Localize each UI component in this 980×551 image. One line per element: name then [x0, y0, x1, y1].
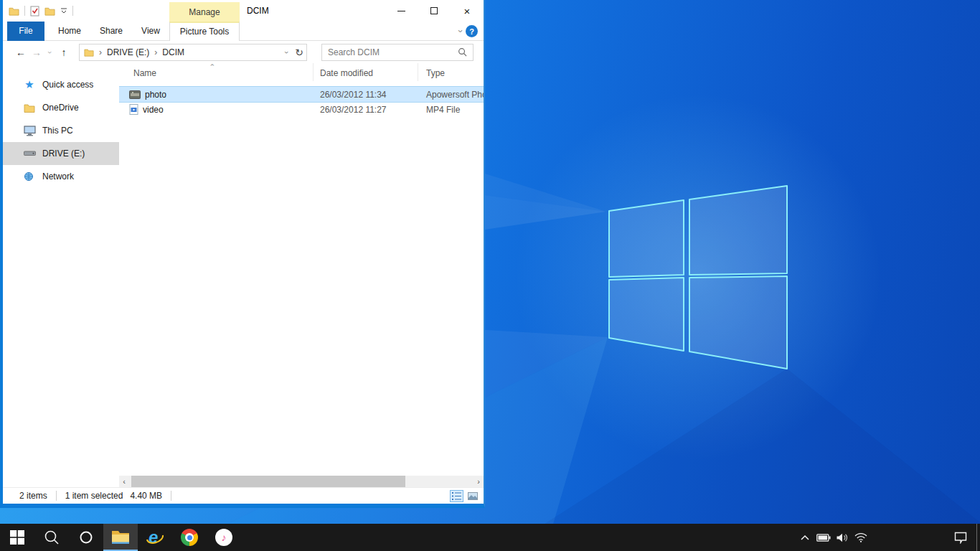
address-dropdown-chevron-icon[interactable]: › [286, 48, 288, 57]
taskbar-search-button[interactable] [34, 524, 69, 551]
onedrive-folder-icon [23, 101, 36, 114]
recent-locations-chevron-icon[interactable]: › [44, 48, 56, 57]
file-name: video [143, 105, 164, 115]
sidebar-item-label: This PC [42, 126, 73, 136]
sidebar-item-quick-access[interactable]: ★ Quick access [3, 73, 119, 96]
navigation-pane: ★ Quick access OneDrive This PC DRIVE (E… [3, 63, 119, 487]
scroll-left-arrow-icon[interactable]: ‹ [119, 476, 129, 487]
column-header-name[interactable]: Name [119, 63, 314, 81]
sidebar-item-onedrive[interactable]: OneDrive [3, 96, 119, 119]
sidebar-item-drive-e[interactable]: DRIVE (E:) [3, 142, 119, 165]
manage-label: Manage [189, 7, 220, 17]
taskbar-file-explorer-button[interactable] [103, 524, 138, 551]
show-desktop-button[interactable] [976, 524, 980, 551]
quick-access-star-icon: ★ [23, 78, 36, 91]
search-icon[interactable] [458, 47, 467, 57]
action-center-icon [954, 532, 967, 544]
file-explorer-icon [111, 529, 130, 545]
file-date: 26/03/2012 11:27 [314, 105, 418, 115]
qat-separator [24, 6, 25, 16]
search-icon [44, 529, 60, 545]
close-button[interactable]: × [451, 0, 484, 22]
search-box[interactable] [321, 44, 473, 61]
address-bar[interactable]: › DRIVE (E:) › DCIM › ↻ [79, 44, 307, 61]
taskbar-itunes-button[interactable]: ♪ [207, 524, 241, 551]
internet-explorer-icon: e [146, 528, 164, 547]
new-folder-icon[interactable] [44, 6, 55, 16]
column-header-date-modified[interactable]: Date modified [314, 63, 418, 81]
system-tray [796, 524, 980, 551]
tab-view[interactable]: View [133, 22, 168, 41]
file-type: MP4 File [418, 105, 484, 115]
tab-home[interactable]: Home [50, 22, 89, 41]
explorer-folder-icon [9, 6, 19, 16]
wifi-icon [854, 532, 867, 542]
status-bar: 2 items 1 item selected 4.40 MB [3, 487, 484, 504]
address-folder-icon [84, 48, 94, 57]
sidebar-item-label: Network [42, 171, 74, 182]
table-row-video[interactable]: video 26/03/2012 11:27 MP4 File [119, 102, 484, 117]
photo-thumbnail-icon [129, 90, 141, 99]
minimize-icon [397, 11, 405, 11]
windows-start-icon [10, 530, 24, 545]
horizontal-scrollbar[interactable]: ‹ › [119, 476, 484, 487]
customize-qat-chevron-icon[interactable] [60, 7, 67, 14]
battery-tray-button[interactable] [814, 524, 833, 551]
scrollbar-thumb[interactable] [131, 476, 405, 487]
breadcrumb-drive[interactable]: DRIVE (E:) [107, 47, 149, 57]
properties-icon[interactable] [30, 6, 39, 17]
contextual-tab-group-manage[interactable]: Manage [169, 2, 240, 22]
scroll-right-arrow-icon[interactable]: › [473, 476, 484, 487]
forward-button[interactable]: → [29, 47, 44, 58]
monitor-icon [23, 124, 36, 137]
sidebar-item-this-pc[interactable]: This PC [3, 119, 119, 142]
svg-text:e: e [149, 528, 158, 547]
details-view-icon [452, 492, 461, 500]
window-title: DCIM [247, 0, 269, 22]
volume-tray-button[interactable] [833, 524, 852, 551]
ribbon-tabs: File Home Share View Picture Tools › ? [3, 22, 484, 41]
wifi-tray-button[interactable] [852, 524, 870, 551]
tab-file[interactable]: File [7, 22, 44, 41]
taskbar: e ♪ [0, 524, 980, 551]
start-button[interactable] [0, 524, 34, 551]
address-toolbar: ← → › ↑ › DRIVE (E:) › DCIM › ↻ [3, 41, 484, 63]
help-icon[interactable]: ? [466, 25, 478, 37]
sidebar-item-label: DRIVE (E:) [42, 149, 85, 159]
desktop: Manage DCIM × File Home Share View Pictu… [0, 0, 980, 551]
tab-share[interactable]: Share [92, 22, 131, 41]
large-icons-view-button[interactable] [466, 490, 479, 502]
large-icons-view-icon [468, 492, 478, 500]
minimize-button[interactable] [385, 0, 418, 22]
sidebar-item-network[interactable]: Network [3, 165, 119, 188]
tab-picture-tools[interactable]: Picture Tools [169, 22, 240, 41]
action-center-button[interactable] [945, 524, 976, 551]
maximize-button[interactable] [418, 0, 451, 22]
window-controls: × [385, 0, 484, 22]
item-count: 2 items [19, 491, 47, 501]
file-date: 26/03/2012 11:34 [314, 90, 418, 100]
cortana-ring-icon [79, 530, 93, 545]
back-button[interactable]: ← [13, 47, 29, 58]
breadcrumb-separator-icon: › [99, 47, 102, 57]
taskbar-chrome-button[interactable] [172, 524, 207, 551]
titlebar[interactable]: Manage DCIM × [3, 0, 484, 22]
refresh-icon[interactable]: ↻ [295, 47, 303, 58]
breadcrumb-dcim[interactable]: DCIM [162, 47, 184, 57]
show-hidden-icons-button[interactable] [796, 524, 814, 551]
table-row-photo[interactable]: photo 26/03/2012 11:34 Apowersoft Pho [119, 87, 484, 102]
details-view-button[interactable] [450, 490, 463, 502]
status-separator [56, 491, 57, 501]
chrome-icon [181, 529, 198, 546]
expand-ribbon-chevron-icon[interactable]: › [455, 29, 466, 32]
taskbar-internet-explorer-button[interactable]: e [138, 524, 172, 551]
network-globe-icon [23, 170, 36, 183]
column-headers: › Name Date modified Type [119, 63, 484, 81]
status-separator [171, 491, 171, 501]
column-header-type[interactable]: Type [418, 63, 484, 81]
up-button[interactable]: ↑ [56, 47, 72, 58]
maximize-icon [430, 7, 438, 14]
cortana-button[interactable] [69, 524, 103, 551]
mp4-file-icon [129, 104, 138, 115]
search-input[interactable] [328, 47, 458, 57]
